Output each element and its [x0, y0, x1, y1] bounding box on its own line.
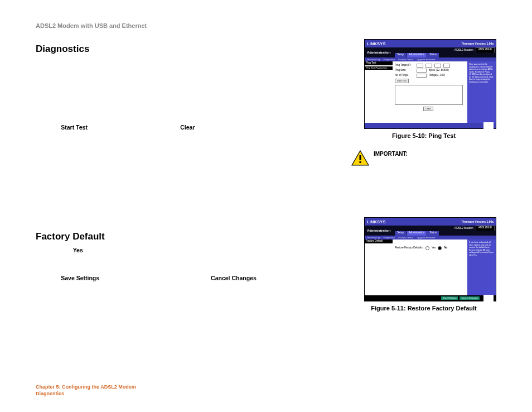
fig1-lbl-target: Ping Target IP:	[395, 64, 414, 67]
important-text: IMPORTANT: Lorem ipsum dolor sit amet co…	[374, 150, 496, 181]
fig2-nav: Administration ADSL2 Modem ADSL2MUE Setu…	[365, 226, 496, 236]
fig2-tab-admin[interactable]: Administration	[407, 231, 427, 236]
fig1-input-ip3[interactable]	[434, 64, 441, 68]
fig1-help-panel: Here you can test the reading of a certa…	[467, 61, 496, 123]
heading-factory-default: Factory Default	[36, 231, 340, 242]
fig1-input-size[interactable]	[417, 69, 427, 73]
left-column: Diagnostics Lorem ipsum dolor sit amet c…	[36, 39, 340, 319]
fig2-footer: Save Settings Cancel Changes	[365, 295, 496, 301]
term-clear: Clear	[180, 124, 195, 131]
fig2-sub-log[interactable]: Gateway Log	[367, 237, 380, 239]
fig2-subtabs: Gateway Log Diagnostics Factory Default …	[365, 236, 496, 239]
fig2-tab-setup[interactable]: Setup	[395, 231, 406, 236]
fig1-bytes-hint: Bytes (32~65500)	[429, 69, 449, 72]
fig1-lbl-size: Ping Size:	[395, 69, 414, 72]
fig2-content: Restore Factory Defaults: Yes No	[393, 239, 467, 295]
document-header: ADSL2 Modem with USB and Ethernet	[36, 22, 496, 29]
fig1-nav: Administration ADSL2 Modem ADSL2MUE Setu…	[365, 47, 496, 58]
fig2-side-factory: Factory Default	[365, 239, 393, 243]
fig1-topbar: LINKSYS Firmware Version: 1.00a	[365, 40, 496, 47]
fig1-subtabs: Gateway Log Diagnostics Factory Default …	[365, 58, 496, 61]
fig2-radio-yes[interactable]	[425, 246, 429, 250]
important-label: IMPORTANT:	[374, 151, 408, 157]
fig1-admin-label: Administration	[365, 51, 395, 54]
linksys-logo: LINKSYS	[367, 42, 386, 46]
warning-triangle-icon	[351, 150, 369, 166]
fig2-help-panel: If you have exhausted all other options …	[467, 239, 496, 295]
fig2-cancel-button[interactable]: Cancel Changes	[460, 296, 480, 300]
figure1-caption: Figure 5-10: Ping Test	[351, 132, 496, 139]
fig1-sidebar: Ping Test Ping Test Parameters	[365, 61, 393, 123]
fig2-admin-label: Administration	[365, 229, 395, 232]
fig1-content: Ping Target IP: Ping Size: Bytes (32~655…	[393, 61, 467, 123]
figure-factory-default: LINKSYS Firmware Version: 1.00a Administ…	[364, 217, 496, 301]
fig1-start-test-button[interactable]: Start Test	[395, 79, 409, 83]
term-save-settings: Save Settings	[61, 275, 99, 281]
fig1-side-params: Ping Test Parameters	[365, 66, 393, 70]
svg-rect-2	[360, 161, 361, 163]
right-column: LINKSYS Firmware Version: 1.00a Administ…	[351, 39, 496, 319]
fig2-tab-status[interactable]: Status	[427, 231, 439, 236]
fig1-range-hint: Range(1~100)	[429, 74, 445, 77]
fig1-lbl-nopings: No of Pings:	[395, 74, 414, 77]
svg-rect-1	[360, 155, 361, 160]
fig1-side-pingtest: Ping Test	[365, 61, 393, 65]
fig1-input-ip2[interactable]	[425, 64, 432, 68]
figure-ping-test: LINKSYS Firmware Version: 1.00a Administ…	[364, 39, 496, 129]
fig1-tab-admin[interactable]: Administration	[407, 53, 427, 58]
fig1-clear-button[interactable]: Clear	[423, 107, 433, 111]
term-cancel-changes: Cancel Changes	[211, 275, 257, 281]
footer-section: Diagnostics	[36, 390, 136, 397]
cisco-logo-icon-2	[483, 295, 494, 301]
fig2-radio-no[interactable]	[438, 246, 442, 250]
fig1-sub-upgrade[interactable]: Upgrade Firmware	[417, 59, 435, 61]
fig1-model-label: ADSL2 Modem	[454, 49, 473, 51]
figure2-caption: Figure 5-11: Restore Factory Default	[351, 305, 496, 312]
fig2-model-label: ADSL2 Modem	[454, 227, 473, 229]
fig1-firmware: Firmware Version: 1.00a	[462, 42, 494, 45]
term-yes: Yes	[73, 247, 83, 253]
factory-default-body: Lorem ipsum Yes lorem ipsum dolor sit am…	[36, 246, 340, 283]
fig2-sidebar: Factory Default	[365, 239, 393, 295]
fig1-input-ip4[interactable]	[443, 64, 450, 68]
fig2-topbar: LINKSYS Firmware Version: 1.00a	[365, 218, 496, 226]
fig1-model: ADSL2MUE	[476, 47, 495, 53]
fig2-firmware: Firmware Version: 1.00a	[462, 221, 494, 223]
fig1-footer	[365, 123, 496, 128]
fig2-save-button[interactable]: Save Settings	[441, 296, 458, 300]
fig2-sub-factory[interactable]: Factory Default	[398, 237, 413, 239]
fig1-input-nopings[interactable]	[417, 74, 427, 78]
important-note: IMPORTANT: Lorem ipsum dolor sit amet co…	[351, 150, 496, 181]
footer-chapter: Chapter 5: Configuring the ADSL2 Modem	[36, 384, 136, 391]
fig1-input-ip1[interactable]	[417, 64, 423, 68]
fig2-sub-upgrade[interactable]: Upgrade Firmware	[417, 237, 435, 239]
linksys-logo-2: LINKSYS	[367, 220, 386, 224]
fig1-sub-log[interactable]: Gateway Log	[367, 59, 380, 61]
fig2-opt-no: No	[444, 247, 447, 250]
cisco-logo-icon	[483, 122, 494, 129]
fig2-model: ADSL2MUE	[476, 226, 495, 231]
fig2-restore-label: Restore Factory Defaults:	[395, 247, 423, 250]
diagnostics-body: Lorem ipsum dolor sit amet consectetur a…	[36, 58, 340, 132]
fig1-tab-setup[interactable]: Setup	[395, 53, 406, 58]
term-start-test: Start Test	[61, 124, 88, 131]
fig1-sub-diag[interactable]: Diagnostics	[384, 59, 395, 61]
page-footer: Chapter 5: Configuring the ADSL2 Modem D…	[36, 384, 136, 397]
heading-diagnostics: Diagnostics	[36, 44, 340, 55]
fig2-sub-diag[interactable]: Diagnostics	[384, 237, 395, 239]
fig1-results-textarea[interactable]	[395, 85, 463, 105]
fig1-sub-factory[interactable]: Factory Default	[398, 59, 413, 61]
fig1-tab-status[interactable]: Status	[427, 53, 439, 58]
fig2-opt-yes: Yes	[432, 247, 436, 250]
